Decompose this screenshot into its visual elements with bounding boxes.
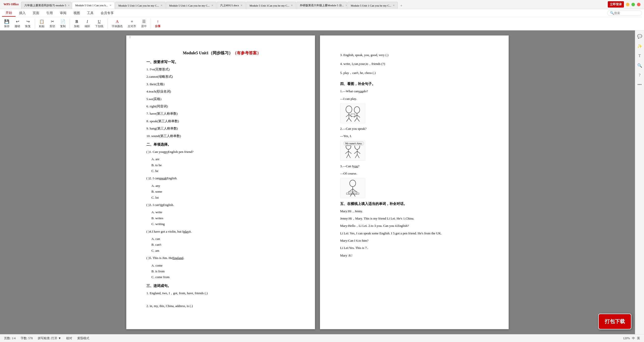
login-button[interactable]: 立即登录	[608, 1, 624, 8]
tab-close-5[interactable]: ✕	[240, 4, 243, 7]
ribbon-tab-vip[interactable]: 会员专享	[97, 10, 117, 16]
q2-2-b: B. some	[151, 189, 297, 194]
document-area[interactable]: ⠿ Module5 Unit1（同步练习）（有参考答案） 一、按要求写一写。 1…	[0, 30, 635, 334]
status-left: 页数: 1/4 字数: 578 拼写检查: 打开 ▼ 校对 黄昏模式	[4, 336, 623, 340]
tab-close-1[interactable]: ✕	[68, 4, 70, 7]
tab-7[interactable]: 外研版英语六年级上册Module 5 分... ✕	[297, 2, 347, 9]
underline-button[interactable]: U 下划线	[93, 18, 105, 29]
tab-3[interactable]: Module 5 Unit 1 Can you be my C... ✕	[115, 2, 166, 9]
svg-point-6	[354, 107, 360, 113]
q1-1: 1. I've(完整形式)	[146, 66, 297, 72]
minimize-button[interactable]	[626, 3, 629, 6]
share-button[interactable]: ↑ 分享	[153, 18, 163, 29]
svg-line-15	[345, 151, 348, 154]
svg-point-0	[346, 106, 352, 113]
q3-4: 4. write, I,can,your,to，friends (?)	[340, 61, 491, 67]
italic-button[interactable]: I 倾斜	[83, 18, 92, 29]
tab-1[interactable]: 六年级上册英语同步练习-module 5 ✕	[21, 2, 71, 9]
q2-1-a: A. are	[151, 156, 297, 162]
bold-button[interactable]: B 加粗	[72, 18, 82, 29]
status-right: 120% 中 英	[623, 336, 640, 340]
close-button[interactable]	[637, 3, 640, 6]
separator-3	[107, 19, 108, 29]
tab-close-6[interactable]: ✕	[291, 4, 293, 7]
tab-close-2[interactable]: ✕	[109, 4, 111, 7]
paste-button[interactable]: 📋 粘贴	[37, 18, 47, 29]
q1-5: 5.we(宾格)	[146, 96, 297, 102]
tab-add-button[interactable]: +	[398, 3, 404, 9]
illustration-1	[340, 103, 365, 123]
tab-4[interactable]: Module 5 Unit 1 Can you be my C... ✕	[166, 2, 216, 9]
dialogue-1: Mary:Hi，Jenny.	[340, 208, 491, 214]
q3-1: 1. England, two, I，got, from, have, frie…	[146, 290, 297, 296]
font-color-button[interactable]: A 字体颜色	[110, 18, 125, 29]
q2-4: ( )4.I have got a violin, but Iplayit.	[146, 229, 297, 234]
page-count: 页数: 1/4	[4, 336, 16, 340]
zoom-level[interactable]: 120%	[623, 336, 630, 340]
drag-handle[interactable]: ⠿	[129, 35, 131, 39]
svg-line-17	[346, 154, 348, 158]
more-icon[interactable]: •••	[636, 81, 643, 89]
tab-close-4[interactable]: ✕	[211, 4, 213, 7]
q2-3: ( )3. I can'tinEnglish.	[146, 202, 297, 208]
wps-logo[interactable]: WPS Office	[1, 3, 21, 6]
tab-8[interactable]: Module 5 Unit 1 Can you be my C... ✕	[347, 2, 398, 9]
download-button[interactable]: 打包下载	[598, 314, 631, 329]
cut-button[interactable]: ✂ 剪切	[48, 18, 57, 29]
right-panel: 💬 ✨ T 🔍 ? •••	[635, 30, 644, 334]
redo-button[interactable]: ↪ 恢复	[23, 18, 33, 29]
page-2: 3. English, speak, you, good, very (.) 4…	[320, 35, 509, 329]
dialogue-4: Li Lei: Yes, I can speak some English. I…	[340, 230, 491, 236]
tab-6[interactable]: Module 5 Unit 1Can you be my C... ✕	[246, 2, 296, 9]
ribbon-tab-page[interactable]: 页面	[29, 10, 43, 16]
q2-5-b: B. is from	[151, 268, 297, 274]
q4-1-ans: —I can play.	[340, 96, 491, 102]
tab-5[interactable]: 六上MSU1.docx ✕	[217, 2, 246, 9]
tab-2[interactable]: Module 5 Unit 1 Can you b... ✕	[72, 2, 114, 9]
undo-button[interactable]: ↩ 撤销	[13, 18, 22, 29]
save-button[interactable]: 💾 保存	[2, 18, 12, 29]
separator-1	[35, 19, 35, 29]
translate-icon[interactable]: T	[637, 52, 642, 60]
ribbon-tabs: 开始 插入 页面 引用 审阅 视图 工具 会员专享 🔍	[2, 9, 642, 17]
spell-check[interactable]: 拼写检查: 打开 ▼	[38, 336, 61, 340]
help-icon[interactable]: ?	[637, 71, 642, 79]
tab-close-3[interactable]: ✕	[160, 4, 163, 7]
align-left-button[interactable]: ≡ 左对齐	[126, 18, 138, 29]
maximize-button[interactable]	[631, 3, 635, 6]
ribbon-tab-view[interactable]: 视图	[70, 10, 84, 16]
search-input[interactable]	[614, 11, 639, 15]
tab-close-7[interactable]: ✕	[345, 4, 347, 7]
proofread[interactable]: 校对	[66, 336, 72, 340]
search-box[interactable]: 🔍	[607, 10, 642, 16]
svg-rect-12	[351, 114, 355, 116]
lang-en[interactable]: 英	[637, 336, 640, 340]
main-area: ⠿ Module5 Unit1（同步练习）（有参考答案） 一、按要求写一写。 1…	[0, 30, 644, 334]
ribbon-tab-start[interactable]: 开始	[2, 10, 16, 17]
q2-1-c: C. be	[151, 168, 297, 174]
comment-icon[interactable]: 💬	[636, 32, 644, 40]
view-mode[interactable]: 黄昏模式	[77, 336, 89, 340]
q4-2-ans: —Yes, I.	[340, 133, 491, 139]
bold-icon: B	[75, 19, 78, 24]
section5-title: 五、在横线上填入适当的单词，补全对话。	[340, 202, 491, 206]
copy-button[interactable]: 📄 复制	[58, 18, 68, 29]
section3-title: 三、连词成句。	[146, 284, 297, 288]
q2-4-c: C. am	[151, 248, 297, 253]
ribbon-tab-insert[interactable]: 插入	[16, 10, 29, 16]
align-center-button[interactable]: ☰ 居中	[139, 18, 149, 29]
section1-title: 一、按要求写一写。	[146, 60, 297, 64]
ribbon-tab-review[interactable]: 审阅	[56, 10, 70, 16]
ai-icon[interactable]: ✨	[636, 42, 644, 50]
align-left-icon: ≡	[131, 19, 133, 24]
q1-7: 7. have(第三人称单数)	[146, 111, 297, 116]
q2-2-c: C. lot	[151, 195, 297, 200]
save-icon: 💾	[4, 19, 9, 24]
lang-cn[interactable]: 中	[632, 336, 635, 340]
ribbon-tab-tools[interactable]: 工具	[84, 10, 97, 16]
ribbon-tab-ref[interactable]: 引用	[43, 10, 56, 16]
font-color-icon: A	[116, 19, 119, 24]
search-side-icon[interactable]: 🔍	[636, 62, 644, 69]
tabs-area: 六年级上册英语同步练习-module 5 ✕ Module 5 Unit 1 C…	[21, 0, 608, 9]
tab-close-8[interactable]: ✕	[393, 4, 395, 7]
